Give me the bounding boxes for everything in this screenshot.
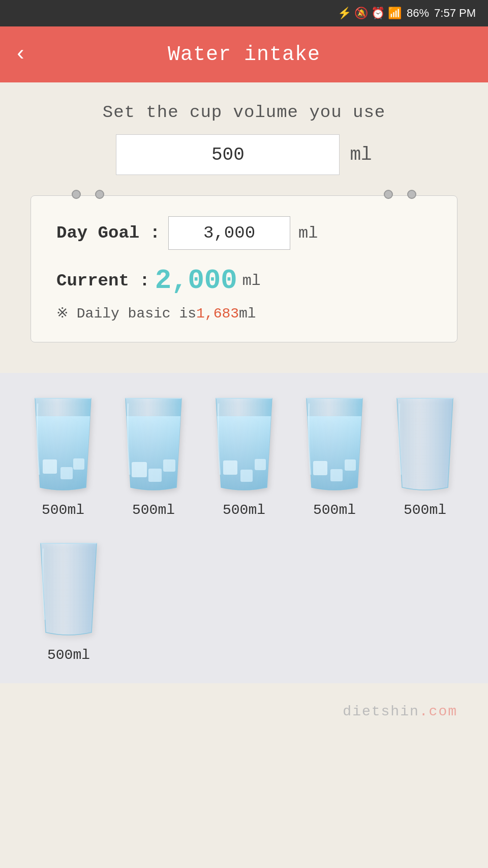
day-goal-unit: ml bbox=[298, 224, 318, 243]
current-unit: ml bbox=[242, 272, 261, 290]
glass-svg-4 bbox=[296, 393, 373, 495]
glass-item-6[interactable]: 500ml bbox=[30, 538, 107, 663]
current-row: Current : 2,000 ml bbox=[56, 265, 432, 296]
glass-item-2[interactable]: 500ml bbox=[115, 393, 192, 518]
daily-basic-value: 1,683 bbox=[196, 306, 239, 322]
svg-rect-10 bbox=[240, 470, 253, 482]
status-icons: ⚡ 🔕 ⏰ 📶 bbox=[338, 7, 402, 20]
svg-rect-6 bbox=[148, 469, 162, 482]
app-header: ‹ Water intake bbox=[0, 26, 488, 82]
glass-svg-3 bbox=[206, 393, 282, 495]
cup-volume-input-row: ml bbox=[30, 134, 458, 175]
watermark-brand: dietshin bbox=[343, 704, 419, 719]
day-goal-row: Day Goal : 3,000 ml bbox=[56, 216, 432, 250]
glass-svg-6 bbox=[30, 538, 107, 640]
glass-label-5: 500ml bbox=[404, 502, 446, 518]
cup-volume-label: Set the cup volume you use bbox=[30, 103, 458, 122]
day-goal-label: Day Goal : bbox=[56, 223, 160, 243]
main-content: Set the cup volume you use ml Day Goal :… bbox=[0, 82, 488, 373]
glass-item-3[interactable]: 500ml bbox=[206, 393, 282, 518]
svg-rect-15 bbox=[345, 459, 356, 471]
svg-rect-2 bbox=[60, 467, 73, 479]
svg-rect-5 bbox=[132, 462, 147, 477]
svg-rect-7 bbox=[163, 459, 175, 472]
day-goal-input[interactable]: 3,000 bbox=[168, 216, 290, 250]
watermark: dietshin.com bbox=[343, 704, 458, 719]
pin-2 bbox=[95, 190, 104, 199]
glass-label-1: 500ml bbox=[42, 502, 84, 518]
svg-rect-11 bbox=[255, 459, 266, 470]
glass-label-4: 500ml bbox=[313, 502, 356, 518]
glass-label-2: 500ml bbox=[132, 502, 175, 518]
svg-rect-3 bbox=[73, 458, 84, 470]
status-bar: ⚡ 🔕 ⏰ 📶 86% 7:57 PM bbox=[0, 0, 488, 26]
cup-volume-unit: ml bbox=[350, 144, 372, 165]
svg-rect-9 bbox=[223, 460, 237, 475]
glass-item-5[interactable]: 500ml bbox=[387, 393, 463, 518]
svg-rect-13 bbox=[313, 461, 327, 475]
pin-3 bbox=[384, 190, 393, 199]
svg-rect-1 bbox=[43, 459, 57, 474]
pin-group-left bbox=[72, 190, 104, 199]
glasses-row-2: 500ml bbox=[20, 538, 468, 663]
current-value: 2,000 bbox=[155, 265, 237, 296]
battery-level: 86% bbox=[407, 7, 429, 20]
watermark-suffix: .com bbox=[419, 704, 458, 719]
info-card: Day Goal : 3,000 ml Current : 2,000 ml ※… bbox=[30, 195, 458, 342]
back-button[interactable]: ‹ bbox=[14, 44, 27, 65]
glass-svg-2 bbox=[115, 393, 192, 495]
status-time: 7:57 PM bbox=[434, 7, 476, 20]
card-pins bbox=[31, 190, 457, 199]
pin-1 bbox=[72, 190, 81, 199]
cup-volume-input[interactable] bbox=[116, 134, 340, 175]
glass-label-6: 500ml bbox=[47, 647, 90, 663]
cup-volume-section: Set the cup volume you use ml bbox=[30, 103, 458, 175]
glasses-row-1: 500ml bbox=[20, 393, 468, 518]
glass-label-3: 500ml bbox=[223, 502, 265, 518]
daily-basic-text: ※ Daily basic is1,683ml bbox=[56, 304, 432, 322]
glass-svg-1 bbox=[25, 393, 101, 495]
daily-basic-suffix: ml bbox=[239, 306, 256, 322]
glass-svg-5 bbox=[387, 393, 463, 495]
glass-item-4[interactable]: 500ml bbox=[296, 393, 373, 518]
daily-basic-prefix: ※ Daily basic is bbox=[56, 306, 196, 322]
svg-rect-0 bbox=[35, 416, 91, 493]
glasses-section: 500ml bbox=[0, 373, 488, 683]
footer: dietshin.com bbox=[0, 683, 488, 740]
pin-group-right bbox=[384, 190, 416, 199]
glass-item-1[interactable]: 500ml bbox=[25, 393, 101, 518]
current-label: Current : bbox=[56, 271, 150, 291]
page-title: Water intake bbox=[168, 43, 320, 66]
svg-rect-14 bbox=[330, 469, 343, 481]
pin-4 bbox=[407, 190, 416, 199]
day-goal-value: 3,000 bbox=[203, 223, 255, 243]
